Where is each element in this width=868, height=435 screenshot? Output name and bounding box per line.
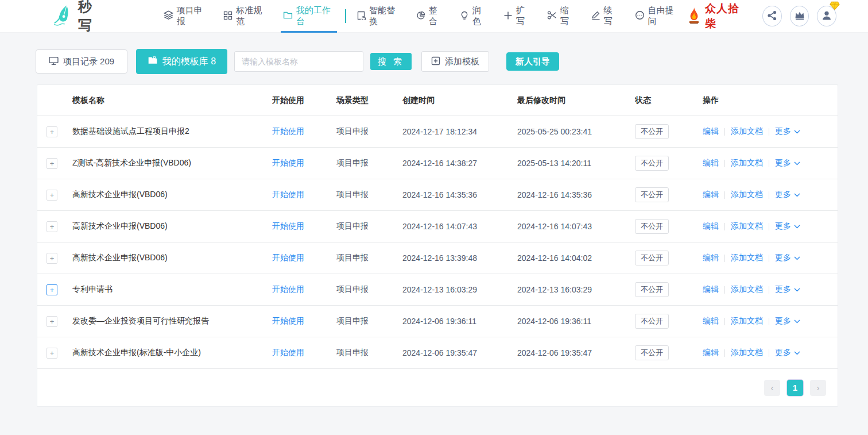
edit-link[interactable]: 编辑 bbox=[703, 316, 719, 326]
my-templates-button[interactable]: 我的模板库 8 bbox=[136, 49, 227, 74]
prev-page-button[interactable]: ‹ bbox=[764, 380, 780, 396]
col-template-name: 模板名称 bbox=[72, 95, 272, 106]
nav-item-standards[interactable]: 标准规范 bbox=[215, 0, 275, 33]
table-row: + 高新技术企业申报(VBD06) 开始使用 项目申报 2024-12-16 1… bbox=[37, 179, 838, 211]
chevron-down-icon[interactable] bbox=[794, 161, 800, 165]
modified-time: 2024-12-16 14:07:43 bbox=[517, 222, 635, 231]
nav-item-integrate[interactable]: 整合 bbox=[408, 0, 452, 33]
start-use-link[interactable]: 开始使用 bbox=[272, 190, 304, 199]
add-doc-link[interactable]: 添加文档 bbox=[731, 348, 763, 358]
modified-time: 2024-12-06 19:35:47 bbox=[517, 348, 635, 357]
start-use-link[interactable]: 开始使用 bbox=[272, 126, 304, 136]
more-link[interactable]: 更多 bbox=[775, 190, 791, 200]
row-expand-button[interactable]: + bbox=[46, 221, 57, 232]
template-name: Z测试-高新技术企业申报(VBD06) bbox=[72, 158, 272, 168]
template-name: 高新技术企业申报(VBD06) bbox=[72, 253, 272, 263]
more-link[interactable]: 更多 bbox=[775, 126, 791, 137]
add-template-label: 添加模板 bbox=[445, 56, 479, 67]
nav-item-free-question[interactable]: 自由提问 bbox=[627, 0, 687, 33]
edit-link[interactable]: 编辑 bbox=[703, 190, 719, 200]
modified-time: 2024-12-16 14:04:02 bbox=[517, 253, 635, 263]
main-nav: 项目申报 标准规范 我的工作台 bbox=[156, 0, 687, 33]
search-button[interactable]: 搜 索 bbox=[370, 53, 412, 70]
project-records-button[interactable]: 项目记录 209 bbox=[36, 49, 127, 74]
created-time: 2024-12-16 14:38:27 bbox=[402, 159, 517, 168]
col-status: 状态 bbox=[635, 95, 703, 106]
row-expand-button[interactable]: + bbox=[46, 158, 57, 169]
brand-logo[interactable]: 秒写 bbox=[52, 0, 105, 34]
template-search-input[interactable] bbox=[234, 51, 363, 72]
vip-button[interactable] bbox=[790, 6, 809, 26]
row-expand-button[interactable]: + bbox=[46, 190, 57, 201]
chevron-down-icon[interactable] bbox=[794, 225, 800, 229]
row-expand-button[interactable]: + bbox=[46, 348, 57, 359]
row-expand-button[interactable]: + bbox=[46, 284, 57, 295]
chevron-down-icon[interactable] bbox=[794, 256, 800, 260]
nav-item-project-declare[interactable]: 项目申报 bbox=[156, 0, 216, 33]
status-badge: 不公开 bbox=[635, 156, 669, 171]
row-expand-button[interactable]: + bbox=[46, 253, 57, 264]
more-link[interactable]: 更多 bbox=[775, 253, 791, 263]
nav-item-polish[interactable]: 润色 bbox=[452, 0, 495, 33]
current-page-button[interactable]: 1 bbox=[787, 380, 803, 396]
edit-link[interactable]: 编辑 bbox=[703, 126, 719, 137]
table-row: + 发改委—企业投资项目可行性研究报告 开始使用 项目申报 2024-12-06… bbox=[37, 306, 838, 337]
nav-item-smart-replace[interactable]: 智能替换 bbox=[348, 0, 408, 33]
edit-link[interactable]: 编辑 bbox=[703, 284, 719, 295]
chevron-down-icon[interactable] bbox=[794, 193, 800, 197]
chevron-down-icon[interactable] bbox=[794, 130, 800, 134]
add-doc-link[interactable]: 添加文档 bbox=[731, 126, 763, 137]
profile-button[interactable] bbox=[817, 6, 836, 26]
add-doc-link[interactable]: 添加文档 bbox=[731, 316, 763, 326]
newbie-guide-button[interactable]: 新人引导 bbox=[506, 52, 559, 71]
template-name: 专利申请书 bbox=[72, 284, 272, 295]
row-expand-button[interactable]: + bbox=[46, 126, 57, 137]
add-doc-link[interactable]: 添加文档 bbox=[731, 190, 763, 200]
row-expand-button[interactable]: + bbox=[46, 316, 57, 327]
created-time: 2024-12-17 18:12:34 bbox=[402, 127, 517, 136]
action-divider bbox=[769, 286, 769, 294]
edit-link[interactable]: 编辑 bbox=[703, 221, 719, 232]
start-use-link[interactable]: 开始使用 bbox=[272, 316, 304, 325]
chevron-down-icon[interactable] bbox=[794, 288, 800, 292]
more-link[interactable]: 更多 bbox=[775, 348, 791, 358]
edit-link[interactable]: 编辑 bbox=[703, 348, 719, 358]
edit-link[interactable]: 编辑 bbox=[703, 158, 719, 168]
edit-link[interactable]: 编辑 bbox=[703, 253, 719, 263]
next-page-button[interactable]: › bbox=[810, 380, 826, 396]
grid-icon bbox=[223, 11, 232, 22]
start-use-link[interactable]: 开始使用 bbox=[272, 221, 304, 230]
status-badge: 不公开 bbox=[635, 314, 669, 329]
nav-item-continue-writing[interactable]: 续写 bbox=[583, 0, 627, 33]
chevron-down-icon[interactable] bbox=[794, 319, 800, 324]
start-use-link[interactable]: 开始使用 bbox=[272, 284, 304, 294]
toolbar: 项目记录 209 我的模板库 8 搜 索 添加模板 新人引导 bbox=[36, 49, 868, 74]
more-link[interactable]: 更多 bbox=[775, 158, 791, 168]
pen-nib-icon bbox=[52, 4, 73, 29]
add-doc-link[interactable]: 添加文档 bbox=[731, 284, 763, 295]
add-doc-link[interactable]: 添加文档 bbox=[731, 158, 763, 168]
col-actions: 操作 bbox=[703, 95, 838, 106]
pen-icon bbox=[591, 11, 600, 22]
scene-type: 项目申报 bbox=[336, 284, 402, 295]
status-badge: 不公开 bbox=[635, 219, 669, 234]
start-use-link[interactable]: 开始使用 bbox=[272, 253, 304, 262]
add-template-button[interactable]: 添加模板 bbox=[421, 51, 489, 72]
share-button[interactable] bbox=[762, 6, 782, 26]
nav-item-abbreviate[interactable]: 缩写 bbox=[539, 0, 583, 33]
nav-item-expand[interactable]: 扩写 bbox=[495, 0, 539, 33]
start-use-link[interactable]: 开始使用 bbox=[272, 158, 304, 167]
add-doc-link[interactable]: 添加文档 bbox=[731, 253, 763, 263]
add-doc-link[interactable]: 添加文档 bbox=[731, 221, 763, 232]
nav-item-my-workspace[interactable]: 我的工作台 bbox=[275, 0, 343, 33]
modified-time: 2025-05-13 14:20:11 bbox=[517, 159, 635, 168]
more-link[interactable]: 更多 bbox=[775, 221, 791, 232]
template-name: 高新技术企业申报(VBD06) bbox=[72, 190, 272, 200]
chevron-down-icon[interactable] bbox=[794, 351, 800, 355]
more-link[interactable]: 更多 bbox=[775, 316, 791, 326]
more-link[interactable]: 更多 bbox=[775, 284, 791, 295]
col-created-time: 创建时间 bbox=[402, 95, 517, 106]
start-use-link[interactable]: 开始使用 bbox=[272, 348, 304, 357]
created-time: 2024-12-06 19:35:47 bbox=[402, 348, 517, 357]
campaign-link[interactable]: 众人拾柴 bbox=[687, 1, 746, 31]
